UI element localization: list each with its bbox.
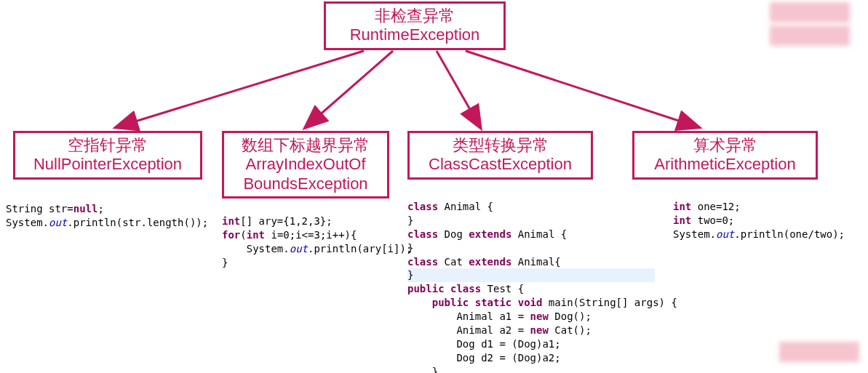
code-aioobe: int[] ary={1,2,3}; for(int i=0;i<=3;i++)… <box>222 214 412 270</box>
svg-line-2 <box>437 51 480 127</box>
code-npe: String str=null; System.out.println(str.… <box>6 202 208 230</box>
smudge-artifact <box>770 2 850 23</box>
child-title-en: ClassCastException <box>429 155 572 173</box>
child-title-en: NullPointerException <box>33 155 182 173</box>
root-node: 非检查异常 RuntimeException <box>324 1 506 50</box>
child-node-cce: 类型转换异常 ClassCastException <box>407 131 593 180</box>
code-ae: int one=12; int two=0; System.out.printl… <box>673 200 845 241</box>
root-title-cn: 非检查异常 <box>375 7 455 25</box>
smudge-artifact <box>779 342 859 362</box>
child-node-npe: 空指针异常 NullPointerException <box>13 131 202 180</box>
child-node-ae: 算术异常 ArithmeticException <box>632 131 818 180</box>
child-title-cn: 类型转换异常 <box>453 136 549 154</box>
root-title-en: RuntimeException <box>350 25 480 44</box>
child-title-cn: 空指针异常 <box>68 136 148 154</box>
child-title-cn: 数组下标越界异常 <box>242 136 370 154</box>
svg-line-0 <box>116 51 364 127</box>
child-title-cn: 算术异常 <box>693 136 757 154</box>
child-title-en: ArithmeticException <box>654 155 795 173</box>
svg-line-3 <box>466 51 698 127</box>
svg-line-1 <box>306 51 393 127</box>
child-node-aioobe: 数组下标越界异常 ArrayIndexOutOf BoundsException <box>222 131 389 198</box>
smudge-artifact <box>770 25 850 46</box>
child-title-en: ArrayIndexOutOf BoundsException <box>243 155 367 192</box>
code-cce: class Animal { } class Dog extends Anima… <box>407 200 677 373</box>
